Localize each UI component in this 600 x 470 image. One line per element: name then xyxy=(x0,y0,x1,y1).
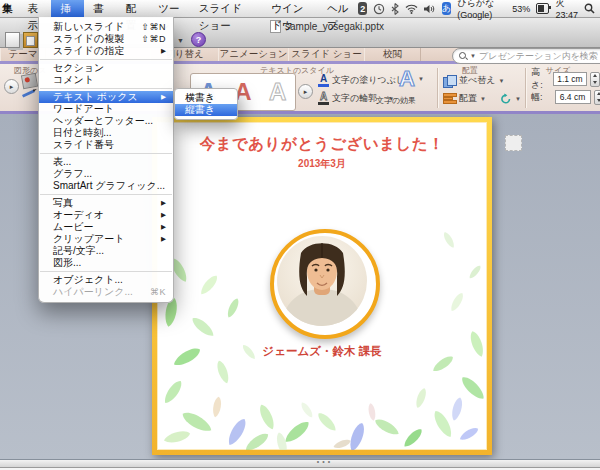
align-button[interactable]: 配置 ▼ xyxy=(443,91,486,106)
text-fill-label: 文字の塗りつぶし xyxy=(332,74,405,87)
menu-item-hyperlink: ハイパーリンク...⌘K xyxy=(39,286,173,298)
height-field[interactable]: 1.1 cm xyxy=(553,72,586,86)
slide-person-textbox[interactable]: ジェームズ・鈴木 課長 xyxy=(157,344,487,359)
battery-icon[interactable] xyxy=(536,3,549,14)
bluetooth-icon[interactable] xyxy=(391,3,399,15)
text-style-preview-3[interactable]: A xyxy=(269,80,286,104)
menu-item-shape[interactable]: 図形... xyxy=(39,257,173,269)
reorder-label: 並べ替え xyxy=(459,74,495,87)
menubar-status-area: 2 あ ひらがな (Google) 53% 火 23:47 xyxy=(358,0,600,20)
text-outline-icon: A xyxy=(318,92,329,105)
menubar-clock[interactable]: 火 23:47 xyxy=(555,0,578,20)
rotate-button[interactable]: ▼ xyxy=(500,91,521,106)
menu-item-label: スライドの指定 xyxy=(53,44,124,58)
text-box-submenu: 横書き 縦書き xyxy=(174,88,238,120)
input-method-name[interactable]: ひらがな (Google) xyxy=(457,0,506,20)
rotate-icon xyxy=(500,93,512,105)
spotlight-icon[interactable] xyxy=(584,3,595,14)
submenu-arrow-icon: ▶ xyxy=(161,93,166,101)
submenu-arrow-icon: ▶ xyxy=(161,47,166,55)
time-machine-icon[interactable] xyxy=(373,3,385,15)
menu-separator xyxy=(40,153,172,154)
paste-button[interactable] xyxy=(23,32,38,48)
pane-splitter[interactable]: ••• xyxy=(0,460,600,468)
menu-item-label: SmartArt グラフィック... xyxy=(53,179,165,193)
menubar-item-tools[interactable]: ツール xyxy=(149,0,189,17)
submenu-arrow-icon: ▶ xyxy=(161,199,166,207)
menu-item-shortcut: ⌘K xyxy=(150,287,166,297)
width-stepper[interactable] xyxy=(594,90,600,105)
portrait-illustration xyxy=(277,236,367,326)
group-objects-button-disabled xyxy=(505,135,522,151)
shape-styles-expand-button[interactable]: ▸ xyxy=(4,79,19,94)
menu-item-slides-from[interactable]: スライドの指定▶ xyxy=(39,45,173,57)
tab-review[interactable]: 校閲 xyxy=(364,47,421,61)
menubar-item-insert[interactable]: 挿入 xyxy=(51,0,84,17)
text-fill-icon: A xyxy=(318,74,329,87)
search-icon xyxy=(459,52,467,60)
volume-icon[interactable] xyxy=(424,4,436,14)
slide-title-textbox[interactable]: 今までありがとうございました！ xyxy=(157,134,487,155)
width-field[interactable]: 6.4 cm xyxy=(555,90,591,104)
height-label: 高さ: xyxy=(531,66,550,92)
copy-button[interactable] xyxy=(5,32,20,48)
menubar-item-help[interactable]: ヘルプ xyxy=(318,0,359,17)
menubar-item-format[interactable]: 書式 xyxy=(84,0,117,17)
reorder-icon xyxy=(443,75,456,87)
submenu-arrow-icon: ▶ xyxy=(161,235,166,243)
battery-percent: 53% xyxy=(512,4,530,14)
width-label: 幅: xyxy=(531,91,543,104)
height-stepper[interactable] xyxy=(590,72,600,87)
text-effects-label: 文字の効果 xyxy=(336,95,456,106)
shape-line-icon[interactable] xyxy=(22,89,35,97)
text-effects-dropdown-icon[interactable]: ▼ xyxy=(418,76,424,82)
splitter-drag-handle-icon[interactable]: ••• xyxy=(312,458,338,465)
slide-canvas[interactable]: 今までありがとうございました！ 2013年3月 xyxy=(152,117,492,455)
reorder-dropdown-icon[interactable]: ▼ xyxy=(498,78,504,84)
menu-separator xyxy=(40,271,172,272)
align-dropdown-icon[interactable]: ▼ xyxy=(480,96,486,102)
shape-fill-icon[interactable] xyxy=(21,73,38,89)
insert-menu: 新しいスライド⇧⌘N スライドの複製⇧⌘D スライドの指定▶ セクション コメン… xyxy=(38,17,174,303)
menu-separator xyxy=(40,194,172,195)
menu-item-label: コメント xyxy=(53,73,94,87)
menu-item-smartart[interactable]: SmartArt グラフィック... xyxy=(39,180,173,192)
search-scope-arrow-icon[interactable]: ▼ xyxy=(470,53,476,59)
menubar-item-view[interactable]: 表示 xyxy=(19,0,52,17)
menubar-item-window[interactable]: ウインドウ xyxy=(262,0,318,17)
menubar-item-arrange[interactable]: 配置 xyxy=(117,0,150,17)
submenu-item-horizontal[interactable]: 横書き xyxy=(175,92,237,104)
menu-item-shortcut: ⇧⌘D xyxy=(141,34,166,44)
search-input[interactable]: ▼ プレゼンテーション内を検索 xyxy=(452,48,600,64)
submenu-arrow-icon: ▶ xyxy=(161,211,166,219)
mac-menubar: 集 表示 挿入 書式 配置 ツール スライド ショー ウインドウ ヘルプ 2 あ… xyxy=(0,0,600,18)
photo-gold-ring xyxy=(270,229,380,339)
align-label: 配置 xyxy=(459,92,477,105)
portrait-photo[interactable] xyxy=(270,229,376,335)
app-badge-icon[interactable]: 2 xyxy=(358,2,367,15)
menu-separator xyxy=(40,59,172,60)
input-method-icon[interactable]: あ xyxy=(442,2,451,15)
text-style-gallery-expand-button[interactable]: ▸ xyxy=(298,84,313,99)
menu-item-label: ハイパーリンク... xyxy=(53,285,133,299)
reorder-button[interactable]: 並べ替え ▼ xyxy=(443,73,504,88)
wifi-icon[interactable] xyxy=(405,4,418,14)
menu-item-comment[interactable]: コメント xyxy=(39,74,173,86)
menubar-item-edit-partial[interactable]: 集 xyxy=(0,0,19,17)
menu-separator xyxy=(40,88,172,89)
rotate-dropdown-icon[interactable]: ▼ xyxy=(515,96,521,102)
paste-dropdown-arrow-icon[interactable]: ▼ xyxy=(177,37,184,44)
menu-item-label: スライド番号 xyxy=(53,138,114,152)
search-placeholder: プレゼンテーション内を検索 xyxy=(479,50,598,63)
tab-animations[interactable]: アニメーション xyxy=(218,47,289,61)
menu-item-label: 図形... xyxy=(53,256,81,270)
help-button[interactable]: ? xyxy=(191,32,206,47)
screen: 今までありがとうございました！ 2013年3月 xyxy=(0,0,600,470)
tab-slideshow[interactable]: スライド ショー xyxy=(288,47,365,61)
menu-item-shortcut: ⇧⌘N xyxy=(141,22,166,32)
submenu-arrow-icon: ▶ xyxy=(161,223,166,231)
slide-date-textbox[interactable]: 2013年3月 xyxy=(157,157,487,171)
submenu-item-vertical[interactable]: 縦書き xyxy=(175,104,237,116)
menu-item-slide-number[interactable]: スライド番号 xyxy=(39,139,173,151)
menubar-item-slideshow[interactable]: スライド ショー xyxy=(190,0,263,17)
